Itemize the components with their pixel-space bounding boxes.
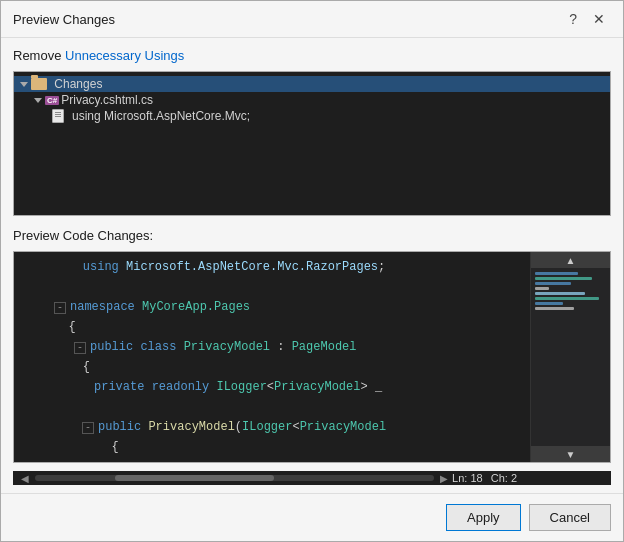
dialog-footer: Apply Cancel (1, 493, 623, 541)
code-line-open-brace1: { (14, 318, 530, 338)
collapse-namespace[interactable]: - (54, 302, 66, 314)
tree-item-changes-label: Changes (54, 77, 102, 91)
scroll-left-button[interactable]: ◀ (17, 473, 33, 484)
code-line-constructor: - public PrivacyModel(ILogger<PrivacyMod… (14, 418, 530, 438)
tree-item-using-label: using Microsoft.AspNetCore.Mvc; (72, 109, 250, 123)
scrollbar-area: ◀ ▶ (17, 473, 452, 484)
tree-section-label: Remove Unnecessary Usings (13, 48, 611, 63)
help-button[interactable]: ? (563, 9, 583, 29)
scrollbar-thumb (115, 475, 275, 481)
code-line-private: private readonly ILogger<PrivacyModel> _ (14, 378, 530, 398)
folder-icon (31, 78, 47, 90)
scroll-right-button[interactable]: ▶ (436, 473, 452, 484)
code-panel: using Microsoft.AspNetCore.Mvc.RazorPage… (13, 251, 611, 463)
cursor-position: Ln: 18 Ch: 2 (452, 472, 607, 484)
preview-changes-dialog: Preview Changes ? ✕ Remove Unnecessary U… (0, 0, 624, 542)
code-editor: using Microsoft.AspNetCore.Mvc.RazorPage… (14, 252, 530, 462)
code-line-blank1 (14, 278, 530, 298)
collapse-class[interactable]: - (74, 342, 86, 354)
minimap-line (535, 272, 578, 275)
code-line-1: using Microsoft.AspNetCore.Mvc.RazorPage… (14, 258, 530, 278)
minimap-line (535, 302, 563, 305)
line-number: Ln: 18 (452, 472, 483, 484)
minimap-line (535, 282, 571, 285)
close-button[interactable]: ✕ (587, 9, 611, 29)
minimap-line (535, 287, 549, 290)
scroll-up-button[interactable]: ▲ (531, 252, 610, 268)
minimap-line (535, 277, 592, 280)
code-line-open-brace2: { (14, 358, 530, 378)
code-status-bar: ◀ ▶ Ln: 18 Ch: 2 (13, 471, 611, 485)
scroll-down-button[interactable]: ▼ (531, 446, 610, 462)
doc-icon (52, 109, 68, 123)
chevron-down-icon (34, 98, 42, 103)
tree-item-privacy-label: Privacy.cshtml.cs (61, 93, 153, 107)
chevron-down-icon (20, 82, 28, 87)
minimap: ▲ ▼ (530, 252, 610, 462)
minimap-content (531, 270, 610, 314)
dialog-title: Preview Changes (13, 12, 115, 27)
char-number: Ch: 2 (491, 472, 517, 484)
title-bar-buttons: ? ✕ (563, 9, 611, 29)
tree-item-privacy-cs[interactable]: C# Privacy.cshtml.cs (14, 92, 610, 108)
title-bar: Preview Changes ? ✕ (1, 1, 623, 38)
dialog-content: Remove Unnecessary Usings Changes C# Pri… (1, 38, 623, 493)
tree-item-using[interactable]: using Microsoft.AspNetCore.Mvc; (14, 108, 610, 124)
code-section-label: Preview Code Changes: (13, 228, 611, 243)
apply-button[interactable]: Apply (446, 504, 521, 531)
horizontal-scrollbar[interactable] (35, 475, 434, 481)
changes-tree-panel: Changes C# Privacy.cshtml.cs using Micro… (13, 71, 611, 216)
cancel-button[interactable]: Cancel (529, 504, 611, 531)
minimap-line (535, 297, 599, 300)
minimap-line (535, 307, 574, 310)
code-line-open-brace3: { (14, 438, 530, 458)
tree-item-changes[interactable]: Changes (14, 76, 610, 92)
code-line-namespace: - namespace MyCoreApp.Pages (14, 298, 530, 318)
collapse-constructor[interactable]: - (82, 422, 94, 434)
code-line-class: - public class PrivacyModel : PageModel (14, 338, 530, 358)
minimap-line (535, 292, 585, 295)
code-line-blank2 (14, 398, 530, 418)
